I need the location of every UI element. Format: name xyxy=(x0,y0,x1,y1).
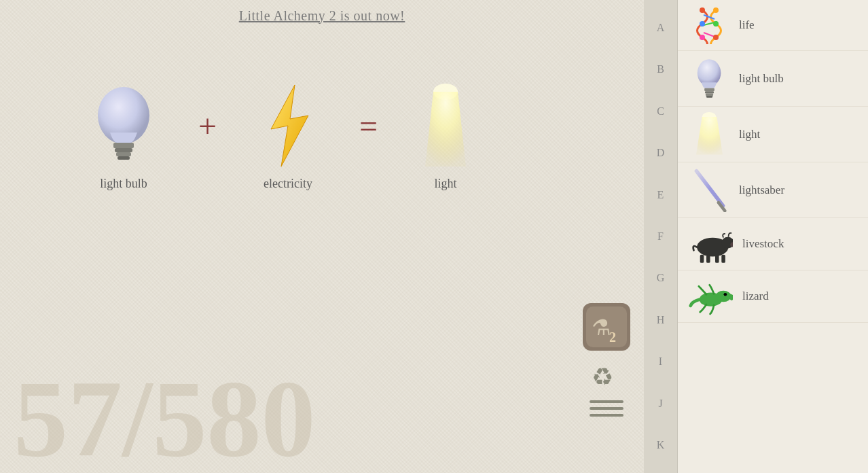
alchemy2-icon: ⚗ 2 xyxy=(586,306,627,347)
lightbulb-label: light bulb xyxy=(739,72,784,86)
banner-link[interactable]: Little Alchemy 2 is out now! xyxy=(239,8,405,24)
list-item[interactable]: lizard xyxy=(678,270,868,323)
svg-rect-22 xyxy=(704,88,715,91)
alphabet-sidebar: A B C D E F G H I J K xyxy=(644,0,678,473)
list-item[interactable]: livestock xyxy=(678,218,868,270)
svg-text:2: 2 xyxy=(609,330,616,345)
svg-rect-4 xyxy=(117,156,130,160)
svg-rect-1 xyxy=(113,143,134,148)
svg-line-14 xyxy=(704,33,715,37)
svg-rect-34 xyxy=(715,255,719,263)
alpha-A[interactable]: A xyxy=(644,20,677,35)
equation-right-element[interactable]: light xyxy=(418,82,473,191)
element-counter: 57/580 xyxy=(0,364,315,473)
light-small-icon xyxy=(689,112,729,156)
list-item[interactable]: light bulb xyxy=(678,51,868,107)
lightbulb-small-icon xyxy=(689,56,729,101)
svg-rect-32 xyxy=(700,255,704,263)
svg-text:⚗: ⚗ xyxy=(592,315,611,340)
action-buttons: ⚗ 2 ♻ xyxy=(583,303,630,419)
svg-line-28 xyxy=(696,171,723,206)
svg-marker-7 xyxy=(425,92,466,167)
lightsaber-icon xyxy=(689,168,729,212)
lizard-icon xyxy=(689,276,733,317)
svg-point-16 xyxy=(713,7,719,13)
alchemy2-badge-button[interactable]: ⚗ 2 xyxy=(583,303,630,351)
alpha-I[interactable]: I xyxy=(644,354,677,369)
svg-rect-35 xyxy=(721,255,725,263)
svg-point-18 xyxy=(713,21,719,27)
alpha-K[interactable]: K xyxy=(644,438,677,453)
equals-operator: = xyxy=(359,107,378,145)
svg-rect-2 xyxy=(115,148,132,152)
life-icon xyxy=(689,7,729,44)
alpha-C[interactable]: C xyxy=(644,104,677,119)
middle-element-label: electricity xyxy=(264,177,312,191)
alpha-B[interactable]: B xyxy=(644,62,677,77)
menu-line-1 xyxy=(590,400,623,403)
svg-line-12 xyxy=(704,15,715,19)
svg-marker-27 xyxy=(696,117,723,154)
light-label: light xyxy=(739,128,760,141)
menu-button[interactable] xyxy=(583,398,630,419)
lightning-icon xyxy=(257,82,319,170)
right-element-label: light xyxy=(435,177,457,191)
lightbulb-large-icon xyxy=(90,82,158,170)
top-banner: Little Alchemy 2 is out now! xyxy=(0,0,644,31)
svg-point-19 xyxy=(700,35,705,40)
svg-marker-5 xyxy=(271,85,308,167)
alpha-J[interactable]: J xyxy=(644,396,677,411)
alpha-E[interactable]: E xyxy=(644,188,677,203)
svg-rect-3 xyxy=(116,152,131,156)
svg-point-17 xyxy=(700,21,705,27)
list-item[interactable]: lightsaber xyxy=(678,162,868,218)
svg-point-20 xyxy=(713,35,719,40)
items-panel: life light bulb xyxy=(678,0,868,473)
lizard-label: lizard xyxy=(742,290,769,303)
svg-rect-33 xyxy=(706,255,710,263)
list-item[interactable]: light xyxy=(678,107,868,162)
svg-point-39 xyxy=(724,293,727,296)
left-element-label: light bulb xyxy=(100,177,147,191)
svg-rect-24 xyxy=(705,94,712,96)
svg-rect-25 xyxy=(706,96,712,98)
svg-point-15 xyxy=(700,7,705,13)
recycle-icon: ♻ xyxy=(588,360,626,390)
alpha-D[interactable]: D xyxy=(644,145,677,160)
plus-operator: + xyxy=(198,107,217,145)
svg-rect-23 xyxy=(705,91,714,93)
lightsaber-label: lightsaber xyxy=(739,183,784,197)
main-content-area: Little Alchemy 2 is out now! xyxy=(0,0,644,473)
light-beam-icon xyxy=(418,82,473,170)
alpha-H[interactable]: H xyxy=(644,313,677,328)
equation-left-element[interactable]: light bulb xyxy=(90,82,158,191)
menu-line-2 xyxy=(590,407,623,410)
livestock-label: livestock xyxy=(742,237,784,251)
life-label: life xyxy=(739,18,755,32)
svg-text:♻: ♻ xyxy=(592,364,613,390)
alpha-F[interactable]: F xyxy=(644,229,677,244)
menu-line-3 xyxy=(590,414,623,417)
list-item[interactable]: life xyxy=(678,0,868,51)
alpha-G[interactable]: G xyxy=(644,270,677,285)
recycle-button[interactable]: ♻ xyxy=(583,357,630,391)
equation-area: light bulb + electricity = xyxy=(0,82,562,191)
livestock-icon xyxy=(689,224,733,264)
equation-middle-element[interactable]: electricity xyxy=(257,82,319,191)
